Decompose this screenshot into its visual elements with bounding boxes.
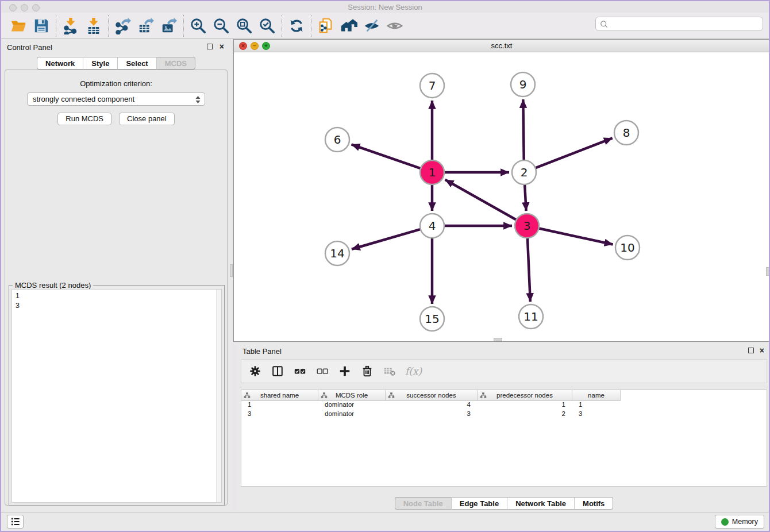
table-header-row: shared nameMCDS rolesuccessor nodesprede…	[241, 390, 767, 401]
mcds-result-legend: MCDS result (2 nodes)	[13, 281, 93, 290]
column-header[interactable]: shared name	[241, 390, 318, 401]
panel-mode-button[interactable]	[271, 364, 284, 378]
graph-edge-2-9[interactable]	[523, 99, 523, 161]
window-titlebar: Session: New Session	[1, 1, 769, 13]
open-folder-icon	[10, 17, 27, 34]
result-scrollbar[interactable]	[216, 290, 221, 502]
graph-edge-2-8[interactable]	[534, 138, 613, 168]
canvas-scroll-nub-bottom[interactable]	[494, 338, 502, 341]
graph-edge-4-14[interactable]	[352, 229, 422, 249]
column-settings-button[interactable]	[248, 364, 262, 378]
run-mcds-button[interactable]: Run MCDS	[57, 113, 111, 125]
search-box[interactable]	[595, 17, 763, 31]
toolbar-separator	[183, 15, 184, 37]
graph-node-label: 10	[620, 241, 634, 255]
float-table-panel-icon[interactable]	[748, 348, 754, 353]
tab-node-table[interactable]: Node Table	[395, 497, 452, 510]
mcds-result-area[interactable]: 1 3	[11, 289, 222, 503]
node-table: shared nameMCDS rolesuccessor nodesprede…	[241, 390, 767, 487]
panel-splitter-handle[interactable]	[230, 264, 233, 277]
float-panel-icon[interactable]	[207, 44, 213, 49]
export-table-button[interactable]	[134, 15, 157, 37]
table-row[interactable]: 1dominator411	[241, 401, 767, 410]
table-cell[interactable]: dominator	[318, 401, 386, 410]
export-network-button[interactable]	[111, 15, 134, 37]
table-cell[interactable]: 3	[241, 410, 318, 419]
application-window: Session: New Session	[0, 0, 770, 532]
import-table-button[interactable]	[82, 15, 105, 37]
zoom-fit-button[interactable]	[233, 15, 256, 37]
network-graph[interactable]: 7968124314101511	[234, 52, 769, 341]
table-cell[interactable]: 2	[478, 410, 572, 419]
graph-edge-3-1[interactable]	[445, 180, 518, 221]
add-column-button[interactable]	[338, 364, 352, 378]
zoom-in-button[interactable]	[187, 15, 210, 37]
tab-style[interactable]: Style	[83, 57, 118, 70]
mcds-panel-body: Optimization criterion: strongly connect…	[5, 70, 228, 506]
graph-node-label: 6	[334, 133, 341, 147]
table-cell[interactable]: 3	[386, 410, 478, 419]
zoom-out-icon	[213, 17, 230, 34]
column-header[interactable]: name	[572, 390, 621, 401]
graph-edge-2-3[interactable]	[525, 183, 526, 211]
mcds-buttons-row: Run MCDS Close panel	[5, 113, 227, 125]
close-table-panel-icon[interactable]: ×	[760, 346, 764, 355]
graph-node-label: 7	[429, 79, 436, 92]
column-tree-icon	[321, 392, 328, 399]
graph-edge-3-10[interactable]	[538, 228, 613, 244]
select-stepper-icon	[193, 94, 203, 105]
column-header[interactable]: predecessor nodes	[478, 390, 572, 401]
network-view-titlebar[interactable]: × − + scc.txt	[234, 40, 769, 52]
table-row[interactable]: 3dominator323	[241, 410, 767, 419]
main-toolbar	[1, 13, 769, 39]
graph-node-label: 15	[425, 312, 439, 326]
duplicate-network-icon	[317, 17, 334, 34]
close-panel-button[interactable]: Close panel	[119, 113, 175, 125]
table-cell[interactable]: 1	[478, 401, 572, 410]
mcds-result-text: 1 3	[16, 291, 20, 311]
select-value: strongly connected component	[33, 95, 134, 103]
column-tree-icon	[388, 392, 395, 399]
zoom-out-button[interactable]	[210, 15, 233, 37]
tab-network[interactable]: Network	[37, 57, 83, 70]
table-cell[interactable]: 3	[572, 410, 621, 419]
search-input[interactable]	[609, 18, 763, 30]
open-session-button[interactable]	[7, 15, 30, 37]
graph-edge-1-6[interactable]	[352, 144, 422, 168]
table-cell[interactable]: 4	[386, 401, 478, 410]
graph-edge-3-11[interactable]	[528, 237, 530, 302]
first-neighbors-button[interactable]	[337, 15, 360, 37]
optimization-criterion-select[interactable]: strongly connected component	[27, 92, 205, 106]
tab-select[interactable]: Select	[118, 57, 156, 70]
zoom-selected-button[interactable]	[256, 15, 279, 37]
canvas-scroll-nub-right[interactable]	[766, 267, 769, 276]
table-panel-tabs: Node Table Edge Table Network Table Moti…	[237, 497, 770, 510]
duplicate-network-button[interactable]	[314, 15, 337, 37]
preview-button[interactable]	[383, 15, 406, 37]
close-panel-icon[interactable]: ×	[220, 42, 224, 51]
select-all-button[interactable]	[293, 364, 307, 378]
memory-status-dot	[721, 518, 729, 526]
table-cell[interactable]: 1	[241, 401, 318, 410]
tab-edge-table[interactable]: Edge Table	[452, 497, 507, 510]
gear-icon	[249, 365, 261, 377]
toggle-graphics-details-button[interactable]	[360, 15, 383, 37]
memory-button[interactable]: Memory	[715, 515, 764, 529]
zoom-selected-icon	[259, 17, 276, 34]
delete-column-button[interactable]	[360, 364, 374, 378]
export-image-button[interactable]	[157, 15, 180, 37]
tab-mcds[interactable]: MCDS	[157, 57, 195, 70]
network-canvas[interactable]: 7968124314101511	[234, 52, 769, 341]
import-network-button[interactable]	[59, 15, 82, 37]
tab-network-table[interactable]: Network Table	[507, 497, 575, 510]
column-header[interactable]: MCDS role	[318, 390, 386, 401]
task-history-button[interactable]	[7, 515, 24, 529]
table-cell[interactable]: dominator	[318, 410, 386, 419]
export-network-icon	[114, 17, 132, 34]
refresh-button[interactable]	[285, 15, 308, 37]
save-session-button[interactable]	[30, 15, 53, 37]
column-header[interactable]: successor nodes	[386, 390, 478, 401]
table-cell[interactable]: 1	[572, 401, 621, 410]
deselect-all-button[interactable]	[315, 364, 329, 378]
tab-motifs[interactable]: Motifs	[575, 497, 613, 510]
